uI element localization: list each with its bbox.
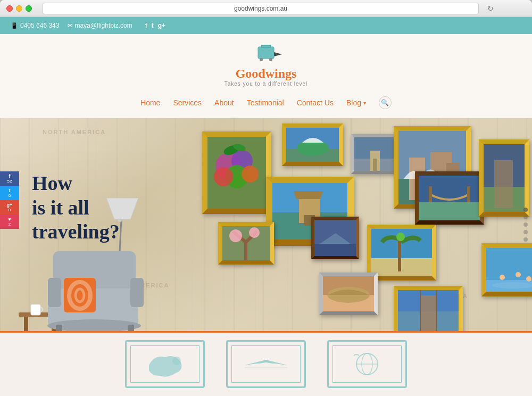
facebook-sidebar-btn[interactable]: f 52 bbox=[0, 171, 19, 186]
website-content: 📱 0405 646 343 ✉ maya@flightbiz.com f t … bbox=[0, 17, 532, 396]
photo-frame-13 bbox=[311, 217, 359, 259]
logo-tagline: Takes you to a different level bbox=[225, 81, 308, 87]
svg-rect-15 bbox=[31, 304, 40, 315]
twitter-sidebar-btn[interactable]: t 0 bbox=[0, 186, 19, 200]
scroll-dot-4[interactable] bbox=[523, 230, 528, 234]
stamp-1-svg bbox=[138, 349, 192, 378]
armchair-decoration bbox=[16, 198, 154, 331]
stamp-3 bbox=[327, 340, 407, 388]
scroll-indicator bbox=[523, 208, 528, 242]
photo-frames-area bbox=[160, 118, 532, 331]
scroll-dot-1[interactable] bbox=[523, 208, 528, 212]
stamp-2-inner bbox=[231, 345, 301, 383]
googleplus-topbar-icon[interactable]: g+ bbox=[158, 22, 165, 29]
scroll-dot-2[interactable] bbox=[523, 215, 528, 219]
stamp-2-svg bbox=[239, 349, 293, 378]
url-bar[interactable]: goodwings.com.au bbox=[43, 3, 479, 14]
svg-rect-21 bbox=[56, 325, 62, 331]
googleplus-sidebar-btn[interactable]: g+ 0 bbox=[0, 200, 19, 214]
refresh-icon[interactable]: ↻ bbox=[487, 4, 494, 13]
logo-icon bbox=[247, 43, 285, 67]
twitter-topbar-icon[interactable]: t bbox=[152, 22, 154, 29]
stamp-1 bbox=[125, 340, 205, 388]
nav-services[interactable]: Services bbox=[173, 98, 202, 107]
svg-rect-57 bbox=[494, 160, 513, 208]
heart-sidebar-btn[interactable]: ♥ 2 bbox=[0, 214, 19, 229]
photo-frame-6 bbox=[415, 171, 484, 225]
email-info: ✉ maya@flightbiz.com bbox=[68, 22, 132, 29]
svg-point-64 bbox=[396, 233, 405, 241]
svg-rect-20 bbox=[130, 278, 144, 307]
svg-point-31 bbox=[242, 166, 259, 183]
svg-point-76 bbox=[516, 272, 521, 277]
scroll-dot-3[interactable] bbox=[523, 222, 528, 227]
stamp-1-inner bbox=[130, 345, 200, 383]
search-button[interactable]: 🔍 bbox=[379, 96, 392, 109]
social-links: f t g+ bbox=[145, 22, 165, 29]
top-bar: 📱 0405 646 343 ✉ maya@flightbiz.com f t … bbox=[0, 17, 532, 34]
svg-rect-19 bbox=[48, 278, 61, 307]
hero-section: NORTH AMERICA SOUTH AMERICA AUSTRALIA AT… bbox=[0, 118, 532, 331]
search-icon: 🔍 bbox=[381, 99, 389, 106]
svg-marker-44 bbox=[294, 191, 323, 199]
svg-rect-70 bbox=[420, 295, 436, 331]
svg-point-59 bbox=[229, 229, 242, 242]
logo-name: Goodwings bbox=[236, 67, 297, 81]
armchair-svg bbox=[16, 198, 154, 331]
svg-point-77 bbox=[526, 276, 531, 282]
logo-area: Goodwings Takes you to a different level bbox=[225, 43, 308, 87]
site-header: Goodwings Takes you to a different level… bbox=[0, 34, 532, 118]
phone-icon: 📱 bbox=[11, 22, 18, 29]
nav-testimonial[interactable]: Testimonial bbox=[247, 98, 284, 107]
browser-titlebar: goodwings.com.au ↻ bbox=[0, 0, 532, 17]
minimize-button[interactable] bbox=[16, 5, 22, 12]
svg-point-4 bbox=[269, 58, 272, 61]
facebook-topbar-icon[interactable]: f bbox=[145, 22, 147, 29]
svg-rect-13 bbox=[24, 317, 28, 331]
svg-rect-2 bbox=[262, 46, 270, 47]
chevron-down-icon: ▾ bbox=[363, 100, 366, 106]
photo-frame-12 bbox=[481, 243, 532, 296]
svg-rect-51 bbox=[419, 176, 480, 202]
maximize-button[interactable] bbox=[26, 5, 32, 12]
photo-frame-8 bbox=[218, 222, 274, 265]
bottom-section bbox=[0, 331, 532, 395]
phone-number: 0405 646 343 bbox=[20, 22, 59, 29]
svg-rect-62 bbox=[371, 258, 432, 276]
svg-rect-63 bbox=[398, 240, 401, 271]
svg-rect-22 bbox=[128, 325, 134, 331]
stamp-3-inner bbox=[332, 345, 402, 383]
svg-rect-52 bbox=[419, 202, 480, 220]
svg-rect-80 bbox=[314, 244, 356, 256]
svg-rect-54 bbox=[467, 186, 470, 202]
hero-line1: How bbox=[32, 171, 120, 196]
svg-point-81 bbox=[172, 357, 181, 365]
phone-info: 📱 0405 646 343 bbox=[11, 22, 59, 29]
window-controls bbox=[6, 5, 32, 12]
stamp-3-svg bbox=[340, 349, 394, 378]
svg-rect-0 bbox=[258, 47, 274, 59]
photo-frame-2 bbox=[282, 123, 343, 166]
nav-home[interactable]: Home bbox=[140, 98, 160, 107]
browser-window: goodwings.com.au ↻ 📱 0405 646 343 ✉ maya… bbox=[0, 0, 532, 396]
photo-frame-3 bbox=[351, 134, 399, 174]
svg-point-3 bbox=[260, 58, 263, 61]
close-button[interactable] bbox=[6, 5, 13, 12]
svg-rect-53 bbox=[429, 186, 432, 202]
url-text: goodwings.com.au bbox=[234, 5, 287, 12]
email-address: maya@flightbiz.com bbox=[74, 22, 132, 29]
svg-point-60 bbox=[249, 227, 260, 238]
email-icon: ✉ bbox=[68, 22, 72, 29]
map-label-north: NORTH AMERICA bbox=[43, 129, 106, 135]
photo-frame-1 bbox=[202, 131, 271, 214]
svg-marker-10 bbox=[106, 198, 138, 219]
nav-about[interactable]: About bbox=[214, 98, 234, 107]
stamp-2 bbox=[226, 340, 306, 388]
social-sidebar: f 52 t 0 g+ 0 ♥ 2 bbox=[0, 171, 19, 229]
nav-contact[interactable]: Contact Us bbox=[297, 98, 334, 107]
scroll-dot-5[interactable] bbox=[523, 237, 528, 242]
photo-frame-11 bbox=[394, 286, 463, 331]
svg-point-30 bbox=[214, 167, 233, 186]
nav-blog[interactable]: Blog ▾ bbox=[346, 98, 366, 107]
svg-point-11 bbox=[118, 219, 122, 222]
